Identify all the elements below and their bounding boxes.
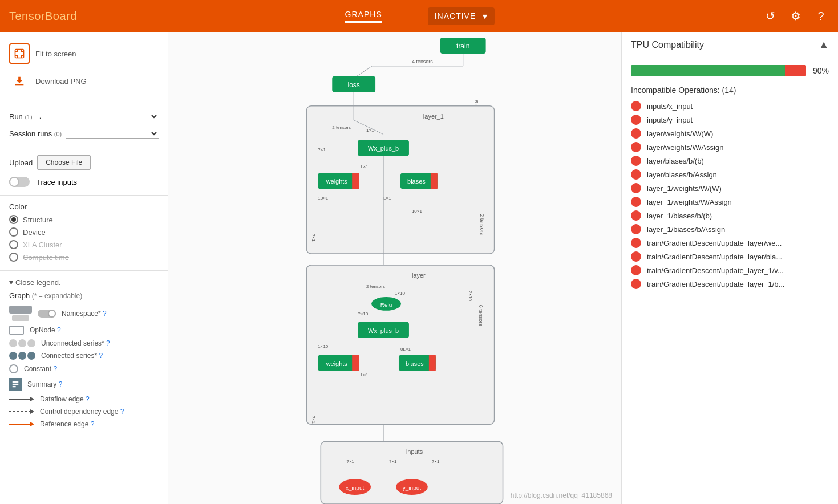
download-png-button[interactable]: Download PNG [9, 68, 159, 94]
help-link-unconn[interactable]: ? [106, 339, 110, 347]
fit-to-screen-button[interactable]: Fit to screen [9, 41, 159, 66]
color-option-compute[interactable]: Compute time [9, 251, 159, 263]
edge-1x1-label: 1×1 [366, 128, 374, 133]
radio-structure[interactable] [9, 215, 18, 224]
tpu-title: TPU Compatibility [631, 40, 704, 50]
unconn-dot2 [18, 339, 26, 347]
tab-graphs[interactable]: GRAPHS [345, 10, 382, 23]
graph-sub: (* = expandable) [32, 292, 82, 300]
run-select[interactable]: . [37, 111, 159, 121]
tpu-list-item: layer/weights/W/(W) [622, 127, 838, 140]
legend-summary: Summary ? [9, 378, 159, 391]
session-runs-label: Session runs (0) [9, 129, 62, 138]
run-row: Run (1) . [0, 108, 168, 125]
tpu-list-item: layer_1/biases/b/Assign [622, 222, 838, 236]
color-xla-label: XLA Cluster [23, 241, 62, 249]
summary-icon [9, 378, 22, 391]
tpu-list-item: inputs/x_input [622, 99, 838, 113]
radio-xla[interactable] [9, 240, 18, 249]
svg-rect-0 [15, 50, 24, 58]
legend-constant: Constant ? [9, 364, 159, 373]
download-png-label: Download PNG [35, 77, 87, 86]
progress-percent: 90% [813, 66, 829, 75]
legend-opnode-label: OpNode ? [30, 326, 61, 334]
help-link-df[interactable]: ? [86, 395, 90, 403]
trace-inputs-row: Trace inputs [0, 173, 168, 190]
legend-connected-label: Connected series* ? [41, 352, 103, 360]
node-biases1-red [431, 173, 438, 189]
edge-qx1-bot: ?×1 [311, 416, 316, 424]
tpu-item-text: layer_1/biases/b/Assign [647, 225, 725, 234]
help-link-ns[interactable]: ? [103, 310, 107, 318]
tpu-items-list: inputs/x_input inputs/y_input layer/weig… [622, 99, 838, 291]
sidebar: Fit to screen Download PNG Run (1) . [0, 32, 168, 504]
edge-qx10-label: ?×1 [311, 234, 316, 242]
edge-label-1: 4 tensors [412, 59, 433, 64]
tpu-list-item: layer/biases/b/Assign [622, 168, 838, 181]
reference-icon [9, 422, 34, 426]
help-link-op[interactable]: ? [57, 326, 61, 334]
progress-green [631, 65, 785, 76]
edge-qx10-layer: ?×10 [358, 311, 369, 316]
node-wx1-label: Wx_plus_b [368, 145, 399, 152]
opnode-icon [9, 326, 24, 335]
edge-train-loss [355, 54, 463, 78]
progress-red [785, 65, 806, 76]
refresh-icon[interactable]: ↺ [763, 8, 779, 24]
legend-constant-label: Constant ? [24, 365, 57, 373]
tpu-item-text: layer/biases/b/Assign [647, 170, 717, 179]
legend-control-label: Control dependency edge ? [40, 408, 124, 416]
logo-board: Board [45, 10, 77, 22]
control-icon [9, 409, 34, 414]
tpu-collapse-button[interactable]: ▲ [819, 39, 829, 51]
tpu-progress-row: 90% [622, 58, 838, 83]
upload-label: Upload [9, 158, 33, 167]
tpu-item-text: layer_1/biases/b/(b) [647, 212, 712, 220]
color-compute-label: Compute time [23, 253, 69, 262]
tpu-dot [631, 128, 641, 139]
help-link-ref[interactable]: ? [91, 420, 95, 428]
tpu-item-text: inputs/x_input [647, 102, 693, 111]
close-legend-label: Close legend. [15, 278, 61, 287]
fit-to-screen-label: Fit to screen [35, 50, 76, 58]
tpu-dot [631, 101, 641, 111]
node-xinput-label: x_input [346, 485, 364, 491]
session-select[interactable] [66, 128, 159, 139]
radio-compute[interactable] [9, 253, 18, 262]
choose-file-button[interactable]: Choose File [37, 155, 91, 170]
namespace-toggle[interactable] [38, 310, 56, 318]
edge-10x1-label: 10×1 [318, 196, 329, 201]
tpu-item-text: train/GradientDescent/update_layer_1/b..… [647, 280, 784, 288]
help-link-ctrl[interactable]: ? [120, 408, 124, 416]
graph-area[interactable]: train 4 tensors loss 5 tensors layer_1 2… [168, 32, 621, 504]
tpu-list-item: inputs/y_input [622, 113, 838, 127]
legend-namespace: Namespace* ? [9, 306, 159, 321]
settings-icon[interactable]: ⚙ [788, 8, 804, 24]
node-biases2-label: biases [406, 360, 424, 367]
header-icons: ↺ ⚙ ? [763, 8, 829, 24]
inactive-dropdown[interactable]: INACTIVE ▾ [428, 7, 495, 25]
help-link-summary[interactable]: ? [59, 380, 63, 388]
tpu-dot [631, 156, 641, 166]
group-layer[interactable] [306, 265, 494, 424]
edge-lx1b-label: L×1 [383, 196, 391, 201]
close-legend-button[interactable]: ▾ Close legend. [0, 275, 168, 289]
help-link-const[interactable]: ? [53, 365, 57, 373]
graph-canvas[interactable]: train 4 tensors loss 5 tensors layer_1 2… [168, 32, 621, 504]
color-option-xla[interactable]: XLA Cluster [9, 238, 159, 251]
namespace-icon [9, 306, 32, 321]
conn-dot2 [18, 352, 26, 360]
node-biases1-label: biases [407, 178, 426, 185]
tpu-item-text: train/GradientDescent/update_layer/we... [647, 239, 782, 247]
trace-inputs-toggle[interactable] [9, 177, 30, 187]
help-link-conn[interactable]: ? [99, 352, 103, 360]
color-option-device[interactable]: Device [9, 226, 159, 238]
sidebar-fit-section: Fit to screen Download PNG [0, 36, 168, 98]
tpu-dot [631, 251, 641, 262]
divider-2 [0, 147, 168, 147]
radio-device[interactable] [9, 227, 18, 237]
help-icon[interactable]: ? [813, 8, 829, 24]
conn-dot3 [27, 352, 35, 360]
color-option-structure[interactable]: Structure [9, 213, 159, 226]
tpu-dot [631, 169, 641, 180]
